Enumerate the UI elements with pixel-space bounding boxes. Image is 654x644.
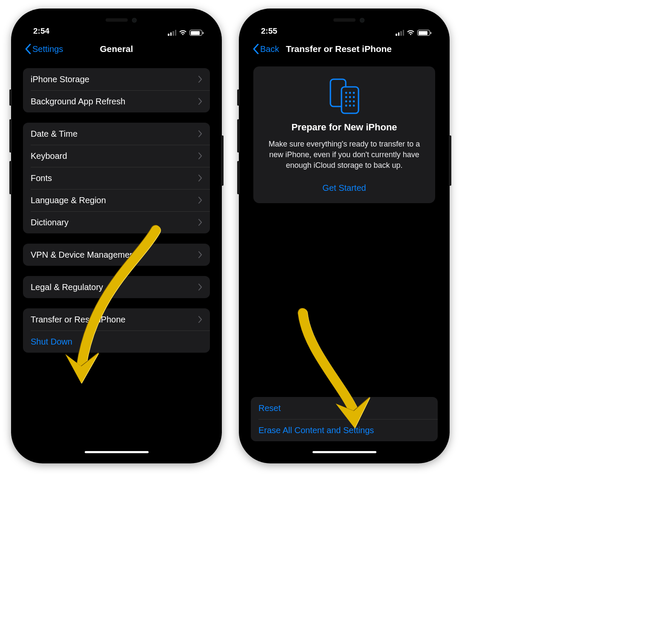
svg-rect-1 bbox=[341, 87, 359, 113]
power-button bbox=[449, 135, 451, 186]
chevron-right-icon bbox=[198, 251, 202, 258]
panel-heading: Prepare for New iPhone bbox=[263, 122, 426, 133]
navigation-bar: Back Transfer or Reset iPhone bbox=[246, 37, 443, 60]
prepare-panel: Prepare for New iPhone Make sure everyth… bbox=[253, 66, 435, 203]
notch bbox=[76, 15, 157, 30]
svg-point-8 bbox=[345, 101, 347, 103]
phone-transfer-reset: 2:55 Back Transfer or Reset iPhone bbox=[239, 9, 450, 463]
chevron-right-icon bbox=[198, 316, 202, 323]
svg-point-6 bbox=[349, 96, 351, 98]
screen-body: Prepare for New iPhone Make sure everyth… bbox=[246, 60, 443, 457]
cellular-icon bbox=[168, 30, 176, 36]
get-started-button[interactable]: Get Started bbox=[263, 183, 426, 193]
power-button bbox=[221, 135, 224, 186]
volume-down-button bbox=[237, 161, 240, 194]
row-label: VPN & Device Management bbox=[31, 250, 137, 260]
chevron-right-icon bbox=[198, 284, 202, 290]
row-dictionary[interactable]: Dictionary bbox=[23, 211, 210, 233]
row-label: Dictionary bbox=[31, 218, 69, 227]
battery-icon bbox=[417, 30, 430, 36]
volume-up-button bbox=[9, 119, 12, 152]
wifi-icon bbox=[407, 30, 415, 36]
row-label: Transfer or Reset iPhone bbox=[31, 315, 126, 325]
row-label: Erase All Content and Settings bbox=[258, 426, 374, 435]
cellular-icon bbox=[396, 30, 404, 36]
row-shut-down[interactable]: Shut Down bbox=[23, 331, 210, 353]
page-title: Transfer or Reset iPhone bbox=[286, 44, 392, 54]
svg-point-7 bbox=[353, 96, 355, 98]
navigation-bar: Settings General bbox=[18, 37, 215, 60]
battery-icon bbox=[189, 30, 202, 36]
silence-switch bbox=[9, 89, 12, 106]
chevron-left-icon bbox=[252, 44, 259, 54]
home-indicator[interactable] bbox=[313, 451, 376, 453]
row-label: Fonts bbox=[31, 173, 52, 183]
row-erase-all[interactable]: Erase All Content and Settings bbox=[251, 419, 438, 441]
chevron-right-icon bbox=[198, 152, 202, 159]
row-legal-regulatory[interactable]: Legal & Regulatory bbox=[23, 276, 210, 298]
back-button[interactable]: Settings bbox=[22, 44, 63, 54]
row-date-time[interactable]: Date & Time bbox=[23, 123, 210, 145]
row-label: Legal & Regulatory bbox=[31, 282, 103, 292]
notch bbox=[304, 15, 385, 30]
settings-list[interactable]: iPhone Storage Background App Refresh Da… bbox=[18, 60, 215, 457]
row-label: Reset bbox=[258, 403, 281, 413]
row-label: Keyboard bbox=[31, 151, 67, 161]
back-label: Back bbox=[260, 44, 279, 54]
page-title: General bbox=[100, 44, 133, 54]
svg-point-5 bbox=[345, 96, 347, 98]
svg-point-4 bbox=[353, 92, 355, 94]
volume-up-button bbox=[237, 119, 240, 152]
status-time: 2:54 bbox=[33, 26, 49, 36]
row-vpn-device-mgmt[interactable]: VPN & Device Management bbox=[23, 244, 210, 266]
row-label: Language & Region bbox=[31, 196, 106, 205]
screen-transfer-reset: 2:55 Back Transfer or Reset iPhone bbox=[246, 15, 443, 457]
chevron-right-icon bbox=[198, 98, 202, 105]
back-label: Settings bbox=[32, 44, 63, 54]
row-reset[interactable]: Reset bbox=[251, 397, 438, 419]
svg-point-3 bbox=[349, 92, 351, 94]
svg-point-2 bbox=[345, 92, 347, 94]
settings-group: VPN & Device Management bbox=[23, 244, 210, 266]
row-label: Background App Refresh bbox=[31, 97, 125, 106]
chevron-right-icon bbox=[198, 197, 202, 204]
svg-point-11 bbox=[345, 105, 347, 107]
row-label: Shut Down bbox=[31, 337, 72, 347]
two-phones-icon bbox=[327, 78, 362, 115]
chevron-right-icon bbox=[198, 219, 202, 226]
row-iphone-storage[interactable]: iPhone Storage bbox=[23, 68, 210, 90]
back-button[interactable]: Back bbox=[250, 44, 279, 54]
svg-point-10 bbox=[353, 101, 355, 103]
phone-general: 2:54 Settings General iPhone Storage bbox=[11, 9, 222, 463]
chevron-right-icon bbox=[198, 76, 202, 83]
reset-group: Reset Erase All Content and Settings bbox=[251, 397, 438, 441]
row-transfer-or-reset[interactable]: Transfer or Reset iPhone bbox=[23, 308, 210, 331]
chevron-left-icon bbox=[25, 44, 32, 54]
svg-point-9 bbox=[349, 101, 351, 103]
settings-group: Transfer or Reset iPhone Shut Down bbox=[23, 308, 210, 353]
volume-down-button bbox=[9, 161, 12, 194]
svg-point-13 bbox=[353, 105, 355, 107]
row-label: Date & Time bbox=[31, 129, 77, 139]
row-keyboard[interactable]: Keyboard bbox=[23, 145, 210, 167]
silence-switch bbox=[237, 89, 240, 106]
screen-general: 2:54 Settings General iPhone Storage bbox=[18, 15, 215, 457]
row-label: iPhone Storage bbox=[31, 75, 89, 84]
settings-group: Date & Time Keyboard Fonts Language & Re… bbox=[23, 123, 210, 233]
chevron-right-icon bbox=[198, 130, 202, 137]
status-time: 2:55 bbox=[261, 26, 277, 36]
chevron-right-icon bbox=[198, 175, 202, 181]
settings-group: iPhone Storage Background App Refresh bbox=[23, 68, 210, 112]
row-fonts[interactable]: Fonts bbox=[23, 167, 210, 189]
wifi-icon bbox=[179, 30, 187, 36]
row-background-app-refresh[interactable]: Background App Refresh bbox=[23, 90, 210, 112]
settings-group: Legal & Regulatory bbox=[23, 276, 210, 298]
svg-point-12 bbox=[349, 105, 351, 107]
panel-body: Make sure everything's ready to transfer… bbox=[263, 139, 426, 170]
home-indicator[interactable] bbox=[85, 451, 149, 453]
row-language-region[interactable]: Language & Region bbox=[23, 189, 210, 211]
